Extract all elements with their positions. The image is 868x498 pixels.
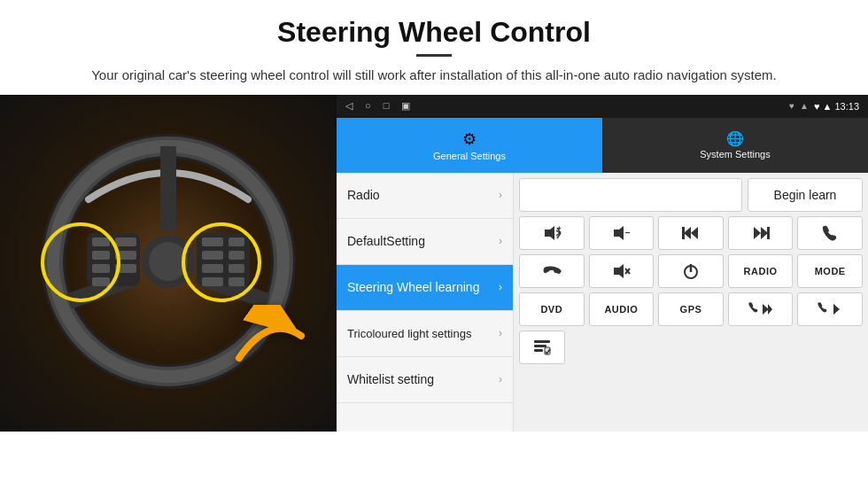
phone-answer-button[interactable]: [797, 216, 863, 250]
android-panel: ◁ ○ □ ▣ ♥ ▲ ♥ ▲ 13:13 ⚙ General Settings…: [337, 95, 868, 432]
status-bar-right: ♥ ▲ ♥ ▲ 13:13: [789, 101, 859, 112]
learn-input[interactable]: [519, 178, 742, 212]
menu-item-tricoloured[interactable]: Tricoloured light settings ›: [337, 311, 513, 357]
svg-marker-37: [761, 227, 768, 239]
menu-item-radio[interactable]: Radio ›: [337, 173, 513, 219]
page-title: Steering Wheel Control: [35, 16, 833, 49]
svg-text:−: −: [625, 228, 631, 237]
svg-rect-51: [534, 349, 543, 352]
whitelist-row: [519, 331, 863, 364]
general-settings-icon: ⚙: [462, 129, 477, 149]
svg-marker-40: [614, 264, 624, 278]
status-bar: ◁ ○ □ ▣ ♥ ▲ ♥ ▲ 13:13: [337, 95, 868, 118]
phone-next-button[interactable]: [797, 292, 863, 326]
begin-learn-row: Begin learn: [519, 178, 863, 212]
tab-bar: ⚙ General Settings 🌐 System Settings: [337, 118, 868, 173]
mute-button[interactable]: [589, 254, 655, 288]
phone-prev-button[interactable]: [728, 292, 794, 326]
svg-rect-36: [682, 227, 685, 239]
chevron-icon-steering: ›: [499, 281, 502, 293]
menu-item-radio-label: Radio: [347, 188, 499, 202]
main-content: Radio › DefaultSetting › Steering Wheel …: [337, 173, 868, 432]
radio-button[interactable]: RADIO: [728, 254, 794, 288]
menu-item-steering[interactable]: Steering Wheel learning ›: [337, 265, 513, 311]
tab-system[interactable]: 🌐 System Settings: [602, 118, 868, 173]
svg-rect-11: [115, 237, 136, 246]
volume-up-button[interactable]: +: [519, 216, 585, 250]
begin-learn-button[interactable]: Begin learn: [748, 178, 863, 212]
svg-marker-26: [545, 226, 554, 240]
svg-marker-32: [614, 226, 624, 240]
power-button[interactable]: [658, 254, 724, 288]
volume-down-button[interactable]: −: [589, 216, 655, 250]
tab-system-label: System Settings: [700, 149, 770, 160]
svg-marker-34: [684, 227, 691, 239]
menu-item-whitelist-label: Whitelist setting: [347, 372, 499, 386]
title-divider: [416, 54, 452, 57]
button-row-3: DVD AUDIO GPS: [519, 292, 863, 326]
gps-button[interactable]: GPS: [658, 292, 724, 326]
menu-item-default[interactable]: DefaultSetting ›: [337, 219, 513, 265]
car-image-panel: [0, 95, 337, 432]
chevron-icon-default: ›: [499, 235, 502, 247]
status-bar-left: ◁ ○ □ ▣: [345, 100, 410, 112]
svg-marker-46: [768, 304, 772, 315]
prev-track-button[interactable]: [658, 216, 724, 250]
recents-icon[interactable]: □: [384, 100, 390, 112]
back-icon[interactable]: ◁: [345, 100, 353, 112]
system-settings-icon: 🌐: [726, 130, 744, 147]
menu-item-default-label: DefaultSetting: [347, 234, 499, 248]
svg-rect-39: [767, 227, 770, 239]
svg-marker-45: [763, 304, 769, 315]
dvd-button[interactable]: DVD: [519, 292, 585, 326]
arrow-overlay: [230, 305, 310, 370]
whitelist-icon-button[interactable]: [519, 331, 565, 364]
menu-item-whitelist[interactable]: Whitelist setting ›: [337, 357, 513, 403]
tab-general[interactable]: ⚙ General Settings: [337, 118, 602, 173]
home-icon[interactable]: ○: [365, 100, 371, 112]
button-row-1: + −: [519, 216, 863, 250]
signal-icon: ▲: [800, 101, 809, 111]
menu-item-tricoloured-label: Tricoloured light settings: [347, 327, 499, 340]
audio-button[interactable]: AUDIO: [589, 292, 655, 326]
content-area: ◁ ○ □ ▣ ♥ ▲ ♥ ▲ 13:13 ⚙ General Settings…: [0, 95, 868, 432]
clock: ♥ ▲ 13:13: [814, 101, 859, 112]
menu-item-steering-label: Steering Wheel learning: [347, 280, 499, 294]
tab-general-label: General Settings: [433, 151, 506, 161]
next-track-button[interactable]: [728, 216, 794, 250]
page-header: Steering Wheel Control Your original car…: [0, 0, 868, 95]
svg-text:+: +: [557, 224, 562, 232]
mode-button[interactable]: MODE: [797, 254, 863, 288]
svg-rect-49: [534, 340, 550, 343]
menu-panel: Radio › DefaultSetting › Steering Wheel …: [337, 173, 514, 432]
svg-marker-38: [754, 227, 761, 239]
svg-rect-50: [534, 345, 546, 347]
chevron-icon-radio: ›: [499, 189, 502, 201]
highlight-circle-right: [182, 222, 261, 302]
page-subtitle: Your original car's steering wheel contr…: [35, 66, 833, 86]
phone-hangup-button[interactable]: [519, 254, 585, 288]
chevron-icon-tricoloured: ›: [499, 327, 502, 339]
location-icon: ♥: [789, 101, 794, 111]
chevron-icon-whitelist: ›: [499, 373, 502, 385]
highlight-circle-left: [41, 222, 120, 302]
svg-marker-48: [833, 304, 838, 315]
screenshot-icon[interactable]: ▣: [401, 100, 410, 112]
svg-marker-35: [691, 227, 698, 239]
button-row-2: RADIO MODE: [519, 254, 863, 288]
control-panel: Begin learn +: [514, 173, 868, 432]
